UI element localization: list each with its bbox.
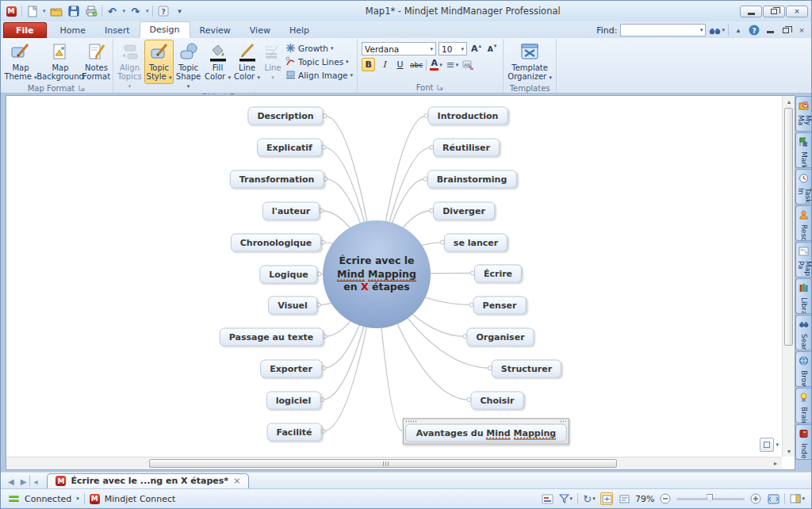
dock-tab-index[interactable]: Index — [795, 424, 811, 460]
topic-réutiliser[interactable]: Réutiliser — [433, 139, 500, 157]
zoom-out-icon[interactable] — [659, 492, 672, 505]
tab-home[interactable]: Home — [51, 23, 95, 38]
help-round-icon[interactable]: ? — [748, 24, 760, 36]
grow-font-button[interactable]: A▴ — [469, 42, 483, 55]
map-theme-button[interactable]: Map Theme ▾ — [2, 40, 39, 84]
undo-caret-icon[interactable]: ▾ — [123, 8, 126, 14]
topic-facilité[interactable]: Facilité — [267, 423, 322, 442]
map-background-button[interactable]: Map Background — [39, 40, 82, 83]
save-icon[interactable] — [67, 4, 81, 18]
horizontal-scrollbar[interactable]: ▸ — [6, 457, 782, 469]
minimize-button[interactable] — [740, 6, 762, 17]
help-icon[interactable]: ? — [156, 4, 170, 18]
font-dialog-launcher-icon[interactable] — [437, 84, 444, 91]
dock-tab-map-parts[interactable]: Map Pa — [795, 242, 811, 277]
doc-minimize-icon[interactable] — [764, 24, 776, 36]
open-icon[interactable] — [49, 4, 63, 18]
nav-back-icon[interactable]: ◀ — [5, 477, 17, 488]
font-size-select[interactable]: 10▾ — [439, 42, 467, 55]
filter-icon[interactable]: ▾ — [559, 492, 573, 505]
collapse-ribbon-icon[interactable]: ▴ — [732, 24, 745, 36]
topic-se-lancer[interactable]: se lancer — [444, 234, 508, 252]
map-canvas[interactable]: DescriptionExplicatifTransformationl'aut… — [6, 95, 795, 470]
topic-style-button[interactable]: Topic Style ▾ — [144, 40, 174, 84]
topic-choisir[interactable]: Choisir — [471, 392, 524, 410]
shrink-font-button[interactable]: A▾ — [485, 42, 499, 55]
topic-logique[interactable]: Logique — [259, 266, 317, 284]
topic-organiser[interactable]: Organiser — [466, 328, 534, 346]
topic-transformation[interactable]: Transformation — [230, 170, 324, 189]
redo-caret-icon[interactable]: ▾ — [146, 8, 149, 14]
font-color-button[interactable]: A▾ — [429, 58, 443, 71]
zoom-in-icon[interactable] — [749, 492, 762, 505]
tab-insert[interactable]: Insert — [95, 23, 140, 38]
bold-button[interactable]: B — [362, 58, 375, 71]
show-branch-icon[interactable] — [542, 492, 554, 505]
dock-tab-resources[interactable]: Resour — [795, 205, 811, 241]
topic-logiciel[interactable]: logiciel — [266, 392, 321, 410]
close-button[interactable]: × — [786, 6, 808, 17]
zoom-slider-thumb[interactable] — [707, 494, 713, 503]
tab-review[interactable]: Review — [190, 23, 240, 38]
scroll-right-icon[interactable]: ▸ — [769, 457, 782, 469]
topic-l-auteur[interactable]: l'auteur — [262, 202, 320, 220]
scroll-down-icon[interactable]: ▾ — [783, 446, 795, 457]
fit-window-icon[interactable] — [767, 492, 779, 505]
refresh-icon[interactable]: ↻▾ — [583, 492, 596, 505]
new-document-caret-icon[interactable]: ▾ — [43, 8, 46, 14]
dock-tab-marker[interactable]: Marker — [795, 132, 811, 168]
align-image-button[interactable]: Align Image ▾ — [285, 69, 353, 81]
map-format-dialog-launcher-icon[interactable] — [79, 85, 86, 92]
fit-selection-icon[interactable] — [618, 492, 630, 505]
dock-tab-browse[interactable]: Browse — [795, 351, 811, 387]
central-topic[interactable]: Écrire avec le Mind Mapping en X étapes — [323, 220, 431, 328]
app-logo-icon[interactable]: M — [4, 4, 18, 18]
topic-shape-button[interactable]: Topic Shape ▾ — [174, 40, 203, 93]
vertical-scrollbar[interactable]: ▴ ▾ — [782, 96, 795, 457]
topic-exporter[interactable]: Exporter — [260, 360, 322, 378]
topic-explicatif[interactable]: Explicatif — [257, 139, 322, 157]
notes-format-button[interactable]: Notes Format — [82, 40, 111, 83]
dock-tab-search[interactable]: Search — [795, 315, 811, 350]
document-tab[interactable]: M Écrire avec le ...ng en X étapes* × — [47, 473, 249, 488]
italic-button[interactable]: I — [377, 58, 391, 71]
topic-chronologique[interactable]: Chronologique — [231, 234, 321, 252]
horizontal-scroll-thumb[interactable] — [149, 459, 617, 468]
topic-penser[interactable]: Penser — [473, 297, 527, 315]
print-icon[interactable] — [84, 4, 98, 18]
vertical-scroll-thumb[interactable] — [784, 108, 793, 346]
text-align-button[interactable]: ≡▾ — [446, 58, 459, 71]
document-tab-close-icon[interactable]: × — [233, 476, 240, 486]
dock-tab-library[interactable]: Library — [795, 278, 811, 314]
topic-description[interactable]: Description — [247, 107, 323, 125]
zoom-slider[interactable] — [676, 498, 745, 500]
selected-topic-frame[interactable]: Avantages du Mind Mapping — [403, 419, 569, 445]
undo-icon[interactable]: ↶ — [105, 4, 120, 18]
connected-label[interactable]: Connected — [25, 494, 71, 504]
font-family-select[interactable]: Verdana▾ — [362, 42, 436, 55]
doc-restore-icon[interactable] — [779, 24, 792, 36]
new-document-icon[interactable] — [25, 4, 40, 18]
redo-icon[interactable]: ↷ — [128, 4, 143, 18]
topic-brainstorming[interactable]: Brainstorming — [427, 170, 517, 189]
topic-introduction[interactable]: Introduction — [428, 107, 508, 125]
template-organizer-button[interactable]: Template Organizer ▾ — [505, 40, 554, 84]
line-color-button[interactable]: Line Color ▾ — [232, 40, 262, 84]
topic-écrire[interactable]: Écrire — [474, 265, 522, 283]
dock-tab-my-maps[interactable]: My Ma — [795, 96, 811, 132]
fit-map-corner-button[interactable] — [760, 438, 774, 452]
dock-tab-task-info[interactable]: Task In — [795, 169, 811, 205]
dock-tab-brainstorm[interactable]: Brainst — [795, 388, 811, 423]
fill-color-button[interactable]: Fill Color ▾ — [203, 40, 232, 84]
customize-qat-icon[interactable]: ▾ — [174, 5, 186, 17]
nav-forward-icon[interactable]: ▶ — [17, 477, 30, 488]
tab-view[interactable]: View — [240, 23, 280, 38]
tab-scroll-left-icon[interactable]: ◂ — [30, 477, 40, 488]
clear-formatting-button[interactable]: AB — [462, 58, 475, 71]
fit-map-view-icon[interactable] — [600, 492, 613, 505]
fit-map-corner-caret-icon[interactable]: ▾ — [776, 442, 779, 448]
underline-button[interactable]: U — [393, 58, 407, 71]
connected-caret-icon[interactable]: ▾ — [76, 496, 79, 502]
topic-structurer[interactable]: Structurer — [492, 360, 561, 378]
topic-avantages-du-mind-mapping[interactable]: Avantages du Mind Mapping — [405, 424, 567, 442]
